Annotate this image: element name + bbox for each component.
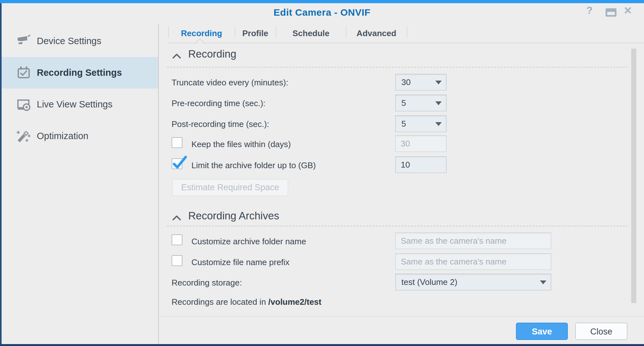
tab-separator <box>407 26 407 38</box>
dropdown-arrow-icon <box>435 122 442 126</box>
tab-profile[interactable]: Profile <box>235 24 276 43</box>
truncate-value: 30 <box>401 74 411 90</box>
close-button[interactable]: Close <box>575 323 627 340</box>
post-recording-value: 5 <box>401 116 406 132</box>
customize-prefix-checkbox[interactable] <box>172 255 182 266</box>
desktop-top-strip <box>0 0 644 3</box>
sidebar-item-recording-settings[interactable]: Recording Settings <box>2 57 158 89</box>
section-divider <box>167 226 628 226</box>
camera-icon <box>16 34 31 49</box>
customize-folder-checkbox[interactable] <box>172 234 182 245</box>
estimate-required-space-button[interactable]: Estimate Required Space <box>172 179 288 196</box>
limit-archive-checkbox[interactable] <box>172 158 182 169</box>
limit-archive-input[interactable] <box>395 156 447 173</box>
section-divider <box>167 67 628 67</box>
customize-folder-label: Customize archive folder name <box>191 237 306 247</box>
tab-separator <box>346 26 346 38</box>
sidebar-item-live-view-settings[interactable]: Live View Settings <box>2 89 158 120</box>
truncate-select[interactable]: 30 <box>395 74 447 90</box>
location-note: Recordings are located in /volume2/test <box>172 297 321 307</box>
post-recording-select[interactable]: 5 <box>395 115 447 132</box>
customize-prefix-label: Customize file name prefix <box>191 257 289 267</box>
dropdown-arrow-icon <box>435 81 442 84</box>
pre-recording-select[interactable]: 5 <box>395 95 447 111</box>
storage-label: Recording storage: <box>172 278 242 288</box>
pre-recording-value: 5 <box>401 95 406 111</box>
sidebar-item-device-settings[interactable]: Device Settings <box>2 25 158 57</box>
storage-select[interactable]: test (Volume 2) <box>395 274 551 290</box>
maximize-icon[interactable] <box>606 8 616 17</box>
settings-sidebar: Device Settings Recording Settings Live … <box>2 24 158 344</box>
truncate-label: Truncate video every (minutes): <box>172 78 288 88</box>
dropdown-arrow-icon <box>540 280 546 284</box>
storage-value: test (Volume 2) <box>401 274 457 290</box>
keep-files-checkbox[interactable] <box>172 137 182 148</box>
dropdown-arrow-icon <box>435 101 442 105</box>
sidebar-item-label: Device Settings <box>37 36 101 46</box>
customize-prefix-input <box>395 253 551 270</box>
sidebar-item-label: Recording Settings <box>37 67 122 78</box>
chevron-up-icon[interactable] <box>172 53 181 59</box>
checkmark-icon <box>172 154 188 170</box>
edit-camera-dialog: Edit Camera - ONVIF ? ✕ Device Settings … <box>0 0 644 346</box>
tab-schedule[interactable]: Schedule <box>276 24 346 43</box>
sidebar-item-optimization[interactable]: Optimization <box>2 120 158 152</box>
tab-advanced[interactable]: Advanced <box>346 24 407 43</box>
location-note-path: /volume2/test <box>268 297 321 307</box>
footer-divider <box>159 316 644 317</box>
sidebar-item-label: Live View Settings <box>37 99 112 110</box>
keep-files-label: Keep the files within (days) <box>191 139 291 149</box>
close-icon[interactable]: ✕ <box>624 4 632 17</box>
vertical-scrollbar-thumb[interactable] <box>631 49 636 303</box>
keep-files-input <box>395 135 447 152</box>
tab-divider-line <box>167 43 644 43</box>
calendar-check-icon <box>16 66 31 80</box>
monitor-camera-icon <box>16 97 31 112</box>
tab-separator <box>276 26 276 38</box>
section-title-recording: Recording <box>188 48 236 60</box>
post-recording-label: Post-recording time (sec.): <box>172 119 269 129</box>
chevron-up-icon[interactable] <box>172 215 181 221</box>
pre-recording-label: Pre-recording time (sec.): <box>172 98 265 108</box>
dialog-title: Edit Camera - ONVIF <box>0 7 644 18</box>
limit-archive-label: Limit the archive folder up to (GB) <box>191 161 316 170</box>
magic-wand-icon <box>16 129 31 144</box>
tab-separator <box>168 26 169 38</box>
location-note-prefix: Recordings are located in <box>172 297 268 307</box>
sidebar-item-label: Optimization <box>37 131 88 141</box>
customize-folder-input <box>395 232 551 249</box>
window-bottom-border <box>0 344 644 346</box>
help-icon[interactable]: ? <box>586 4 593 16</box>
tab-separator <box>235 26 235 38</box>
section-title-recording-archives: Recording Archives <box>188 210 279 222</box>
save-button[interactable]: Save <box>516 323 568 340</box>
sidebar-divider <box>158 24 159 344</box>
